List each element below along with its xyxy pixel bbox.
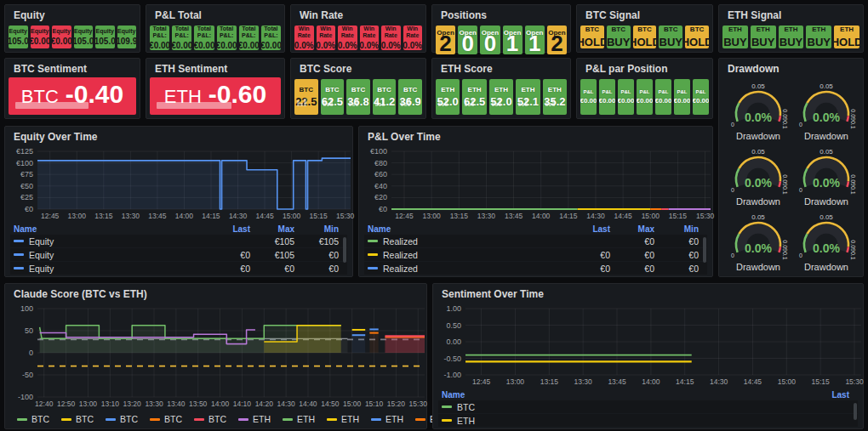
legend-scrollbar[interactable] [343, 237, 346, 263]
legend-sort-col[interactable]: Min [294, 224, 339, 234]
panel-title[interactable]: P&L Total [146, 5, 284, 24]
legend-row[interactable]: Realized€0€0€0 [364, 262, 707, 275]
legend-value: €105 [250, 236, 294, 247]
stat-tile: Win Rate0.0% [403, 26, 423, 50]
tile-value: €0.00 [194, 41, 214, 50]
panel-title[interactable]: Win Rate [291, 5, 425, 24]
panel-title[interactable]: Equity Over Time [5, 127, 352, 145]
legend-item[interactable]: BTC [106, 414, 138, 424]
legend-row[interactable]: Realized€0€0 [364, 235, 707, 247]
tile-label: BTC [664, 26, 677, 33]
svg-text:100: 100 [20, 304, 33, 313]
legend-item[interactable]: BTC [61, 414, 94, 424]
legend-sort-name[interactable]: Name [442, 390, 805, 400]
legend-row[interactable]: BTC [438, 400, 858, 413]
svg-text:14:30: 14:30 [229, 212, 248, 220]
svg-text:€75: €75 [20, 170, 33, 179]
legend-item[interactable]: BTC [17, 414, 49, 424]
legend-row[interactable]: ETH [438, 414, 858, 427]
legend-item[interactable]: ETH [327, 414, 359, 424]
panel-title[interactable]: ETH Score [432, 59, 570, 77]
legend-scrollbar[interactable] [703, 237, 706, 263]
series-label: Equity [29, 236, 54, 247]
svg-text:€25: €25 [20, 193, 33, 201]
legend-sort-name[interactable]: Name [14, 224, 206, 234]
stat-tile: ETH52.0 [489, 79, 513, 115]
gauge-caption: Drawdown [804, 262, 848, 272]
tile-label: BTC [351, 86, 365, 94]
eth-sentiment-stat: ETH-0.60 [150, 77, 281, 115]
tile-value: €0.00 [52, 37, 71, 46]
tile-label: Open [437, 29, 454, 37]
series-label: ETH [253, 414, 271, 424]
legend-row[interactable]: Equity€0€0€0 [10, 262, 347, 275]
tile-label: Open [460, 29, 477, 37]
legend-row[interactable]: Realized€0€0€0 [364, 248, 707, 261]
legend-value: €0 [206, 250, 250, 260]
plot-area: €0€25€50€75€100€12512:4513:0013:1513:301… [10, 145, 356, 220]
gauge-caption: Drawdown [736, 196, 780, 207]
tile-value: €0.00 [655, 97, 671, 105]
panel-title[interactable]: Equity [5, 5, 140, 24]
stat-tile: Win Rate0.0% [338, 26, 357, 50]
legend-sort-col[interactable]: Max [250, 224, 294, 234]
stat-tile: Equity€0.00 [31, 26, 50, 48]
panel-eth-signal: ETH Signal ETHBUYETHBUYETHBUYETHBUYETHHO… [718, 4, 864, 53]
tile-label: ETH [441, 86, 454, 94]
svg-text:14:10: 14:10 [233, 400, 252, 408]
stat-tile: Open0 [480, 26, 500, 54]
panel-title[interactable]: BTC Sentiment [5, 59, 140, 77]
svg-text:-0.50: -0.50 [443, 354, 461, 363]
stat-tile: Total P&L:€0.00 [261, 26, 281, 50]
legend-row[interactable]: Equity€105€105 [10, 235, 347, 247]
series-swatch [442, 419, 452, 422]
legend-sort-col[interactable]: Max [610, 224, 654, 234]
legend-item[interactable]: ETH [283, 414, 315, 424]
legend-sort-col[interactable]: Last [566, 224, 610, 234]
svg-text:15:00: 15:00 [343, 400, 362, 408]
legend-value: €0 [610, 264, 654, 274]
gauge-value: 0.0% [813, 176, 840, 190]
legend-sort-name[interactable]: Name [368, 224, 566, 234]
panel-title[interactable]: ETH Sentiment [146, 59, 284, 77]
panel-title[interactable]: Sentiment Over Time [433, 284, 863, 303]
legend-sort-col[interactable]: Min [654, 224, 699, 234]
gauge-side-label: 0.090.1 [782, 240, 788, 259]
panel-title[interactable]: BTC Score [291, 59, 425, 77]
tile-label: BTC [690, 26, 704, 33]
tile-label: BTC [585, 26, 599, 33]
svg-text:15:15: 15:15 [669, 212, 688, 220]
tile-value: 0.0% [317, 41, 336, 50]
panel-title[interactable]: P&L Over Time [359, 127, 712, 145]
stat-tiles: Open2Open0Open0Open1Open1Open2 [432, 24, 570, 58]
panel-title[interactable]: Claude Score (BTC vs ETH) [5, 284, 426, 303]
tile-label: ETH [812, 26, 825, 33]
panel-title[interactable]: Drawdown [719, 59, 863, 77]
tile-label: Open [504, 29, 521, 37]
legend-item[interactable]: ETH [371, 414, 403, 424]
tile-label: BTC [300, 86, 313, 94]
legend-value: €0 [566, 250, 610, 260]
svg-text:13:00: 13:00 [68, 212, 87, 220]
legend-row[interactable]: Equity€0€105€0 [10, 248, 347, 261]
legend-scrollbar[interactable] [854, 403, 857, 420]
legend-sort-col[interactable]: Last [805, 390, 849, 400]
series-swatch [150, 418, 160, 421]
tile-label: ETH [757, 26, 770, 33]
chart-legend: NameLastMaxMinEquity€105€105Equity€0€105… [10, 224, 347, 275]
tile-value: BUY [607, 36, 630, 48]
panel-title[interactable]: P&L par Position [577, 59, 712, 77]
legend-item[interactable]: BTC [150, 414, 182, 424]
tile-value: €0.00 [693, 97, 709, 105]
legend-item[interactable]: ETH [238, 414, 271, 424]
legend-item[interactable]: BTC [194, 414, 226, 424]
panel-title[interactable]: Positions [432, 5, 570, 24]
panel-title[interactable]: BTC Signal [577, 5, 712, 24]
gauge-min-label: 0 [799, 122, 802, 128]
panel-title[interactable]: ETH Signal [719, 5, 863, 24]
svg-text:14:30: 14:30 [277, 400, 295, 408]
legend-sort-col[interactable]: Last [206, 224, 250, 234]
stat-tile: Win Rate0.0% [360, 26, 380, 50]
stat-tiles: Win Rate0.0%Win Rate0.0%Win Rate0.0%Win … [291, 24, 425, 54]
tile-value: BUY [779, 36, 802, 48]
